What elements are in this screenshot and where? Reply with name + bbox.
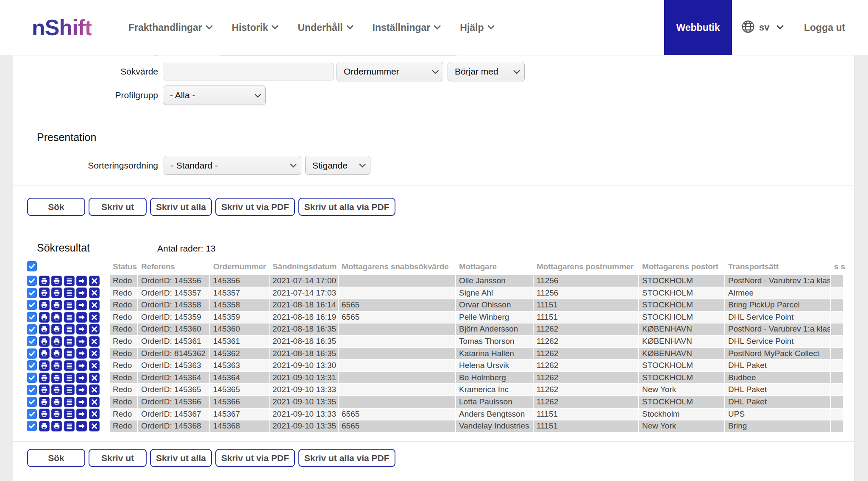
profilgrupp-select[interactable]: - Alla -	[163, 86, 266, 105]
skriv-ut-via-pdf-button[interactable]: Skriv ut via PDF	[215, 449, 295, 467]
forward-button[interactable]	[76, 324, 87, 334]
forward-button[interactable]	[76, 373, 87, 383]
row-checkbox[interactable]	[27, 397, 37, 407]
nav-item-frakthandlingar[interactable]: Frakthandlingar	[128, 22, 211, 33]
row-checkbox[interactable]	[27, 300, 37, 310]
print-alt-button[interactable]	[51, 373, 62, 383]
print-button[interactable]	[39, 300, 50, 310]
print-button[interactable]	[39, 421, 50, 431]
skriv-ut-alla-button[interactable]: Skriv ut alla	[150, 449, 212, 467]
print-alt-button[interactable]	[51, 348, 62, 359]
row-checkbox[interactable]	[27, 385, 37, 395]
details-button[interactable]	[64, 421, 75, 431]
details-button[interactable]	[64, 300, 75, 310]
delete-button[interactable]	[89, 397, 100, 407]
print-alt-button[interactable]	[51, 336, 62, 347]
delete-button[interactable]	[89, 421, 100, 431]
details-button[interactable]	[64, 409, 75, 419]
print-button[interactable]	[39, 276, 50, 286]
print-button[interactable]	[39, 409, 50, 419]
forward-button[interactable]	[76, 421, 87, 431]
details-button[interactable]	[64, 348, 75, 359]
print-button[interactable]	[39, 336, 50, 347]
skriv-ut-alla-via-pdf-button[interactable]: Skriv ut alla via PDF	[298, 449, 395, 467]
nav-item-inst-llningar[interactable]: Inställningar	[373, 22, 440, 33]
print-button[interactable]	[39, 348, 50, 359]
row-checkbox[interactable]	[27, 324, 37, 334]
print-alt-button[interactable]	[51, 421, 62, 431]
print-alt-button[interactable]	[51, 384, 62, 395]
forward-button[interactable]	[76, 300, 87, 310]
logout-link[interactable]: Logga ut	[804, 0, 845, 55]
row-checkbox[interactable]	[27, 336, 37, 346]
match-type-select[interactable]: Börjar med	[448, 62, 525, 81]
details-button[interactable]	[64, 360, 75, 371]
forward-button[interactable]	[76, 409, 87, 419]
delete-button[interactable]	[89, 287, 100, 298]
print-alt-button[interactable]	[51, 360, 62, 371]
delete-button[interactable]	[89, 373, 100, 383]
delete-button[interactable]	[89, 276, 100, 286]
delete-button[interactable]	[89, 348, 100, 359]
sokvarde-input[interactable]	[163, 63, 334, 80]
forward-button[interactable]	[76, 312, 87, 323]
row-checkbox[interactable]	[27, 348, 37, 359]
delete-button[interactable]	[89, 360, 100, 371]
row-checkbox[interactable]	[27, 373, 37, 383]
details-button[interactable]	[64, 312, 75, 323]
row-checkbox[interactable]	[27, 288, 37, 298]
sok-button[interactable]: Sök	[27, 198, 85, 216]
print-alt-button[interactable]	[51, 324, 62, 334]
forward-button[interactable]	[76, 336, 87, 347]
skriv-ut-alla-button[interactable]: Skriv ut alla	[150, 198, 212, 216]
details-button[interactable]	[64, 287, 75, 298]
forward-button[interactable]	[76, 360, 87, 371]
row-checkbox[interactable]	[27, 276, 37, 286]
print-button[interactable]	[39, 373, 50, 383]
nav-item-underh-ll[interactable]: Underhåll	[298, 22, 352, 33]
forward-button[interactable]	[76, 276, 87, 286]
print-alt-button[interactable]	[51, 287, 62, 298]
row-checkbox[interactable]	[27, 409, 37, 419]
print-alt-button[interactable]	[51, 300, 62, 310]
print-alt-button[interactable]	[51, 312, 62, 323]
delete-button[interactable]	[89, 300, 100, 310]
sok-button[interactable]: Sök	[27, 449, 85, 467]
nav-item-hj-lp[interactable]: Hjälp	[460, 22, 493, 33]
delete-button[interactable]	[89, 409, 100, 419]
nshift-logo[interactable]: nShift	[32, 0, 92, 55]
print-button[interactable]	[39, 287, 50, 298]
delete-button[interactable]	[89, 312, 100, 323]
sort-select[interactable]: - Standard -	[164, 156, 301, 175]
print-alt-button[interactable]	[51, 397, 62, 407]
forward-button[interactable]	[76, 397, 87, 407]
delete-button[interactable]	[89, 336, 100, 347]
language-selector[interactable]: sv	[741, 0, 782, 55]
forward-button[interactable]	[76, 384, 87, 395]
skriv-ut-button[interactable]: Skriv ut	[89, 449, 147, 467]
skriv-ut-button[interactable]: Skriv ut	[89, 198, 147, 216]
skriv-ut-alla-via-pdf-button[interactable]: Skriv ut alla via PDF	[298, 198, 395, 216]
print-button[interactable]	[39, 324, 50, 334]
print-alt-button[interactable]	[51, 409, 62, 419]
nav-item-historik[interactable]: Historik	[232, 22, 278, 33]
details-button[interactable]	[64, 324, 75, 334]
row-checkbox[interactable]	[27, 312, 37, 322]
forward-button[interactable]	[76, 348, 87, 359]
details-button[interactable]	[64, 397, 75, 407]
details-button[interactable]	[64, 336, 75, 347]
details-button[interactable]	[64, 276, 75, 286]
print-button[interactable]	[39, 397, 50, 407]
print-button[interactable]	[39, 312, 50, 323]
forward-button[interactable]	[76, 287, 87, 298]
details-button[interactable]	[64, 384, 75, 395]
delete-button[interactable]	[89, 384, 100, 395]
webbutik-button[interactable]: Webbutik	[664, 0, 732, 55]
direction-select[interactable]: Stigande	[305, 156, 370, 175]
row-checkbox[interactable]	[27, 360, 37, 370]
details-button[interactable]	[64, 373, 75, 383]
skriv-ut-via-pdf-button[interactable]: Skriv ut via PDF	[215, 198, 295, 216]
delete-button[interactable]	[89, 324, 100, 334]
print-button[interactable]	[39, 360, 50, 371]
row-checkbox[interactable]	[27, 421, 37, 431]
